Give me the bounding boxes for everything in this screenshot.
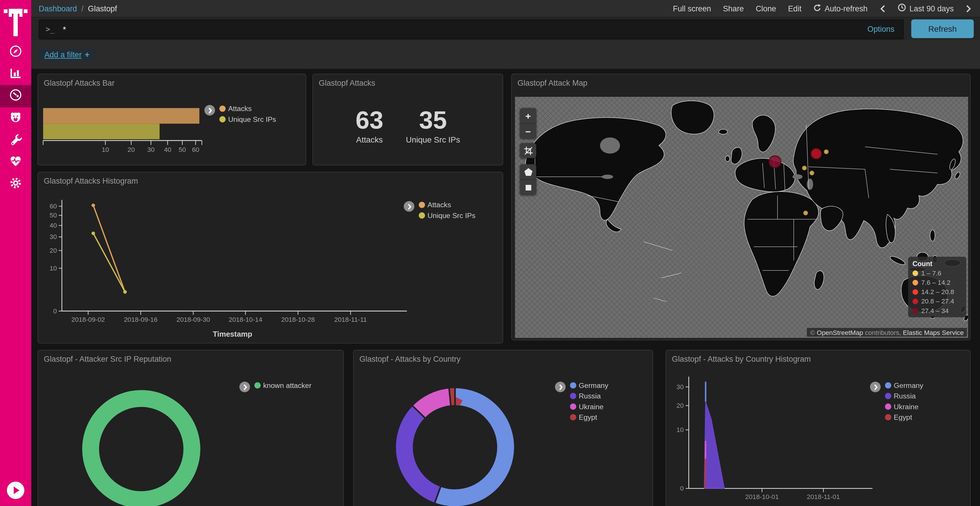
- query-bar: >_ * Options Refresh: [31, 17, 980, 40]
- legend-toggle-icon[interactable]: [239, 382, 250, 392]
- share-button[interactable]: Share: [723, 4, 744, 13]
- attack-map-canvas[interactable]: [515, 97, 968, 338]
- compass-icon: [9, 44, 22, 60]
- expand-sidebar-button[interactable]: [7, 482, 24, 499]
- copyright-icon: ©: [810, 328, 815, 336]
- svg-text:10: 10: [102, 146, 109, 153]
- legend-toggle-icon[interactable]: [404, 201, 414, 212]
- legend-dot: [885, 414, 891, 420]
- gear-icon: [9, 176, 22, 192]
- zoom-out-button[interactable]: −: [520, 123, 536, 139]
- legend: Attacks Unique Src IPs: [204, 105, 276, 123]
- legend-toggle-icon[interactable]: [870, 382, 881, 392]
- svg-text:0: 0: [680, 485, 684, 492]
- osm-link[interactable]: OpenStreetMap: [817, 328, 863, 336]
- zoom-in-button[interactable]: +: [520, 108, 536, 123]
- svg-text:0: 0: [53, 308, 57, 315]
- metric-attacks: 63 Attacks: [356, 108, 383, 144]
- time-range-picker[interactable]: Last 90 days: [897, 3, 954, 14]
- legend-dot: [255, 382, 261, 388]
- legend-item: 14.2 – 20.8: [913, 288, 962, 295]
- legend-dot: [913, 289, 918, 294]
- legend: Germany Russia Ukraine Egypt: [870, 382, 923, 421]
- legend-toggle-icon[interactable]: [204, 105, 215, 116]
- sidebar-item-visualize[interactable]: [0, 63, 31, 85]
- svg-text:60: 60: [192, 146, 199, 153]
- svg-text:50: 50: [49, 212, 57, 219]
- polygon-draw-icon[interactable]: [520, 164, 536, 179]
- rectangle-draw-icon[interactable]: [520, 179, 536, 195]
- sidebar-item-timelion[interactable]: [0, 108, 31, 129]
- telekom-logo[interactable]: [0, 0, 31, 41]
- sidebar-item-dashboard[interactable]: [0, 85, 31, 107]
- attack-map-viewport[interactable]: + −: [515, 97, 968, 338]
- legend-item[interactable]: Russia: [885, 392, 923, 400]
- time-forward-button[interactable]: [966, 4, 972, 13]
- clock-icon: [897, 3, 906, 14]
- svg-text:2018-09-02: 2018-09-02: [72, 316, 105, 323]
- metric-unique-src-ips: 35 Unique Src IPs: [406, 108, 460, 144]
- legend-dot: [885, 403, 891, 409]
- legend-item: 20.8 – 27.4: [913, 297, 962, 305]
- clone-button[interactable]: Clone: [756, 4, 776, 13]
- breadcrumb-current: Glastopf: [88, 4, 117, 13]
- legend-item[interactable]: Egypt: [885, 414, 923, 421]
- legend-item[interactable]: Russia: [570, 392, 608, 400]
- legend-item: 7.6 – 14.2: [913, 279, 962, 286]
- metric-value: 35: [406, 108, 460, 133]
- edit-button[interactable]: Edit: [788, 4, 802, 13]
- legend-item[interactable]: Germany: [885, 382, 923, 389]
- map-fit-control: [520, 143, 536, 158]
- sidebar-item-management[interactable]: [0, 173, 31, 195]
- auto-refresh-button[interactable]: Auto-refresh: [813, 3, 868, 13]
- full-screen-button[interactable]: Full screen: [673, 4, 711, 13]
- options-link[interactable]: Options: [867, 25, 894, 34]
- time-back-button[interactable]: [880, 4, 886, 13]
- sidebar-item-discover[interactable]: [0, 41, 31, 63]
- search-input[interactable]: >_ * Options: [39, 19, 904, 40]
- panel-title: Glastopf Attacks Histogram: [44, 177, 138, 186]
- add-filter-link[interactable]: Add a filter+: [39, 49, 95, 61]
- refresh-button[interactable]: Refresh: [911, 19, 974, 38]
- legend-item[interactable]: Germany: [570, 382, 608, 389]
- map-draw-controls: [520, 164, 536, 195]
- legend-item[interactable]: Unique Src IPs: [419, 212, 476, 219]
- legend-item[interactable]: known attacker: [255, 382, 312, 389]
- legend-title: Count: [913, 260, 962, 267]
- legend-item[interactable]: Attacks: [220, 105, 276, 113]
- svg-text:30: 30: [676, 383, 684, 390]
- legend-dot: [885, 382, 891, 388]
- legend: Germany Russia Ukraine Egypt: [555, 382, 608, 421]
- app-root: Dashboard / Glastopf Full screen Share C…: [0, 0, 980, 506]
- legend-item[interactable]: Egypt: [570, 414, 608, 421]
- refresh-cycle-icon: [813, 3, 822, 13]
- ems-link[interactable]: Elastic Maps Service: [903, 328, 964, 336]
- panel-title: Glastopf - Attacks by Country Histogram: [672, 355, 811, 363]
- metric-group: 63 Attacks 35 Unique Src IPs: [313, 75, 503, 165]
- svg-text:10: 10: [49, 265, 57, 272]
- wrench-icon: [9, 132, 22, 148]
- legend-item[interactable]: Ukraine: [570, 403, 608, 411]
- breadcrumb: Dashboard / Glastopf: [31, 4, 117, 13]
- sidebar-item-dev-tools[interactable]: [0, 129, 31, 151]
- top-navigation: Dashboard / Glastopf Full screen Share C…: [31, 0, 980, 17]
- filter-bar: Add a filter+: [31, 40, 980, 69]
- panel-title: Glastopf - Attacker Src IP Reputation: [44, 355, 171, 363]
- crop-fit-icon[interactable]: [520, 143, 536, 158]
- attacks-bar-chart: 102030405060: [41, 104, 228, 162]
- svg-text:60: 60: [49, 203, 57, 210]
- landmasses: [526, 101, 968, 322]
- legend: Attacks Unique Src IPs: [404, 201, 476, 219]
- legend-item[interactable]: Unique Src IPs: [220, 116, 276, 123]
- legend-dot: [419, 202, 425, 208]
- sidebar-item-monitoring[interactable]: [0, 151, 31, 173]
- dashboard-grid: Glastopf Attacks Bar 102030405060 Attack…: [31, 69, 980, 506]
- legend-dot: [570, 393, 576, 399]
- legend-item[interactable]: Ukraine: [885, 403, 923, 411]
- legend-item[interactable]: Attacks: [419, 201, 476, 209]
- plus-icon: +: [85, 51, 89, 59]
- legend-toggle-icon[interactable]: [555, 382, 566, 392]
- breadcrumb-dashboard-link[interactable]: Dashboard: [39, 4, 77, 13]
- svg-text:40: 40: [164, 146, 171, 153]
- metric-label: Attacks: [356, 135, 383, 144]
